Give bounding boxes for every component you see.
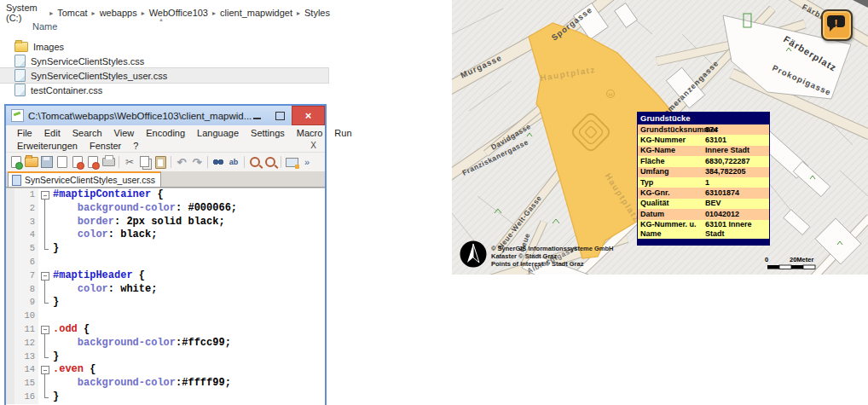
menu-item-edit[interactable]: Edit xyxy=(38,128,67,138)
map-widget[interactable]: H 0 20Meter MurgasseSporgasseDavidgasseF… xyxy=(452,0,868,275)
breadcrumb-item[interactable]: Styles xyxy=(302,8,333,18)
css-file-icon xyxy=(14,55,26,67)
menu-item-view[interactable]: View xyxy=(108,128,141,138)
tooltip-row: Datum01042012 xyxy=(638,209,769,219)
line-number: 10 xyxy=(14,310,38,323)
copy-doc-icon[interactable] xyxy=(55,155,70,170)
file-row[interactable]: SynServiceClientStyles.css xyxy=(0,54,328,68)
menu-item-encoding[interactable]: Encoding xyxy=(140,128,191,138)
breadcrumb-separator-icon[interactable]: ▸ xyxy=(90,9,97,17)
file-name: SynServiceClientStyles.css xyxy=(31,56,144,67)
fold-margin[interactable] xyxy=(38,188,50,202)
breadcrumb-separator-icon[interactable]: ▸ xyxy=(295,9,302,17)
tooltip-field-value: 63101874 xyxy=(705,188,769,198)
code-line: 12 background-color:#ffcc99; xyxy=(6,337,325,350)
notepad-title-bar[interactable]: C:\Tomcat\webapps\WebOffice103\client_ma… xyxy=(6,106,325,125)
code-line: 4 color: black; xyxy=(6,229,325,242)
sort-arrow-icon[interactable]: ▲ xyxy=(159,17,164,22)
minimize-button[interactable] xyxy=(246,106,269,125)
folder-icon xyxy=(14,42,28,52)
tooltip-row: KG-Gnr.63101874 xyxy=(638,188,769,198)
find-icon[interactable] xyxy=(211,155,226,170)
tooltip-row: Fläche6830,722287 xyxy=(638,156,769,166)
fold-margin xyxy=(38,296,50,310)
file-row[interactable]: testContainer.css xyxy=(0,83,328,97)
menu-item-file[interactable]: File xyxy=(11,128,38,138)
menu-item-macro[interactable]: Macro xyxy=(291,128,329,138)
menu-item-language[interactable]: Language xyxy=(191,128,245,138)
screenshot-root: System (C:)▸Tomcat▸webapps▸WebOffice103▸… xyxy=(0,0,868,405)
save-icon[interactable] xyxy=(39,155,55,170)
map-tooltip: Grundstücke Grundstücksnummer874KG-Numme… xyxy=(637,112,770,246)
fold-margin xyxy=(38,283,50,297)
line-number: 16 xyxy=(14,391,38,404)
zoom-in-icon[interactable] xyxy=(247,155,263,170)
tooltip-field-label: KG-Nummer xyxy=(640,136,705,145)
speech-bubble-icon: ! xyxy=(827,15,845,27)
maptip-tool-button[interactable]: ! xyxy=(821,9,853,41)
redo-icon[interactable]: ↷ xyxy=(189,155,205,170)
breadcrumb-item[interactable]: Tomcat xyxy=(55,8,90,18)
code-line: 1#maptipContainer { xyxy=(6,188,325,202)
tooltip-field-value: 874 xyxy=(705,125,769,135)
cut-icon[interactable]: ✂ xyxy=(122,155,137,170)
breadcrumb-separator-icon[interactable]: ▸ xyxy=(48,9,55,17)
file-row[interactable]: SynServiceClientStyles_user.css xyxy=(0,68,328,83)
fold-margin[interactable] xyxy=(38,323,50,337)
fold-margin xyxy=(38,242,50,256)
print-icon[interactable] xyxy=(101,155,116,170)
line-number: 14 xyxy=(14,363,38,377)
overflow-icon[interactable]: » xyxy=(299,155,315,170)
open-file-icon[interactable] xyxy=(24,155,39,170)
fold-margin xyxy=(38,337,50,350)
close-doc-icon[interactable] xyxy=(70,155,85,170)
line-number: 12 xyxy=(14,337,38,350)
replace-icon[interactable]: ab xyxy=(226,155,241,170)
zoom-out-icon[interactable] xyxy=(263,155,278,170)
tooltip-field-value: 63101 xyxy=(705,136,769,145)
code-line: 8 color: white; xyxy=(6,283,325,297)
code-line: 7#maptipHeader { xyxy=(6,269,325,283)
line-number: 7 xyxy=(14,269,38,283)
line-number: 6 xyxy=(14,256,38,269)
menu-item-fenster[interactable]: Fenster xyxy=(84,141,127,151)
menu-item-run[interactable]: Run xyxy=(328,128,357,138)
code-line: 2 background-color: #000066; xyxy=(6,202,325,216)
file-row[interactable]: Images xyxy=(0,39,328,54)
code-editor[interactable]: 1#maptipContainer {2 background-color: #… xyxy=(6,188,325,405)
close-button[interactable]: × xyxy=(292,106,325,125)
maximize-button[interactable] xyxy=(269,106,292,125)
tab-bar: SynServiceClientStyles_user.css xyxy=(6,171,325,188)
tooltip-field-label: Fläche xyxy=(640,157,705,166)
menu-item-erweiterungen[interactable]: Erweiterungen xyxy=(11,141,84,151)
column-header-name[interactable]: Name xyxy=(32,21,57,32)
menu-item-?[interactable]: ? xyxy=(127,141,144,151)
undo-icon[interactable]: ↶ xyxy=(174,155,189,170)
toolbar-separator xyxy=(119,156,119,168)
breadcrumb-item[interactable]: client_mapwidget xyxy=(217,8,295,18)
copy-icon[interactable] xyxy=(137,155,153,170)
tab-synserviceclientstyles-user[interactable]: SynServiceClientStyles_user.css xyxy=(8,171,161,187)
menu-item-settings[interactable]: Settings xyxy=(245,128,291,138)
fold-margin[interactable] xyxy=(38,269,50,283)
copyright-line: Points of Interest © Stadt Graz xyxy=(491,260,613,268)
breadcrumb-item[interactable]: webapps xyxy=(97,8,140,18)
tooltip-row: Grundstücksnummer874 xyxy=(638,124,769,135)
paste-icon[interactable] xyxy=(153,155,168,170)
new-file-icon[interactable] xyxy=(9,155,24,170)
breadcrumb-item[interactable]: WebOffice103 xyxy=(147,8,211,18)
tooltip-field-label: KG-Name xyxy=(640,146,705,155)
tooltip-field-label: Typ xyxy=(640,178,705,188)
breadcrumb-separator-icon[interactable]: ▸ xyxy=(140,9,147,17)
breadcrumb-separator-icon[interactable]: ▸ xyxy=(211,9,217,17)
monitor-icon[interactable] xyxy=(284,155,299,170)
fold-margin[interactable] xyxy=(38,363,50,377)
breadcrumb-item[interactable]: System (C:) xyxy=(3,3,48,23)
file-name: Images xyxy=(33,42,64,52)
tooltip-field-value: BEV xyxy=(705,199,769,208)
menu-close-button[interactable]: X xyxy=(310,141,320,150)
tooltip-field-value: 01042012 xyxy=(705,210,769,219)
code-line: 3 border: 2px solid black; xyxy=(6,216,325,229)
menu-item-search[interactable]: Search xyxy=(67,128,108,138)
close-all-icon[interactable] xyxy=(85,155,101,170)
